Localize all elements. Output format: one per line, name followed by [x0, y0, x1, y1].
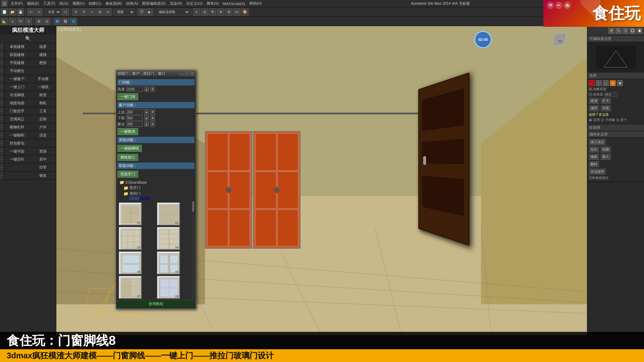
menu-modifier[interactable]: 修改器(M): [103, 1, 124, 6]
navcube[interactable]: Top: [552, 31, 570, 50]
sidebar-item-window[interactable]: 一键窗户: [4, 75, 30, 83]
folder-double-door[interactable]: 📁 双开门: [119, 185, 193, 191]
dialog-close-btn[interactable]: ✕: [190, 71, 195, 76]
sidebar-item-center[interactable]: 居中: [30, 156, 56, 163]
sidebar-item-camera[interactable]: 相机: [30, 99, 56, 107]
collapse-btn-10[interactable]: ›: [0, 115, 4, 123]
collapse-btn-4[interactable]: ›: [0, 67, 4, 75]
filter-select[interactable]: 全部: [46, 9, 61, 15]
sidebar-item-material[interactable]: 材质: [30, 91, 56, 99]
window-bot-down[interactable]: ▼: [150, 115, 155, 121]
poly-icon[interactable]: ■: [610, 80, 616, 86]
collapse-btn-7[interactable]: ›: [0, 91, 4, 99]
shrink-btn[interactable]: 收缩: [589, 98, 599, 104]
flip-btn[interactable]: 翻转: [589, 161, 599, 167]
radio-enable[interactable]: [589, 118, 592, 122]
material-editor-btn[interactable]: 🔷: [54, 18, 61, 25]
vertex-icon[interactable]: •: [589, 80, 595, 86]
env-btn[interactable]: 🌐: [70, 18, 77, 25]
render-btn[interactable]: ▶: [146, 8, 153, 16]
window-top-up[interactable]: ▲: [144, 109, 149, 115]
transform-btn[interactable]: ⊕: [96, 8, 104, 16]
collapse-btn-2[interactable]: ›: [0, 51, 4, 59]
sidebar-item-outdoor[interactable]: 户外: [30, 123, 56, 131]
sidebar-item-blinds[interactable]: 一键百叶: [4, 156, 30, 163]
collapse-btn-17[interactable]: ›: [0, 172, 4, 179]
layer-btn[interactable]: ≡: [193, 8, 200, 16]
sidebar-item-double-face[interactable]: 双面建模: [4, 51, 30, 59]
element-icon[interactable]: ⬢: [617, 80, 623, 86]
window-height-up[interactable]: ▲: [144, 121, 149, 127]
door-thumb-02[interactable]: 02: [157, 202, 180, 226]
sidebar-item-build[interactable]: 建模: [30, 51, 56, 59]
angle-snap-btn[interactable]: ∠: [9, 18, 16, 25]
menu-group[interactable]: 组(G): [57, 1, 70, 6]
collapse-btn-9[interactable]: ›: [0, 107, 4, 115]
right-icon-2[interactable]: 🔧: [615, 28, 622, 34]
spinner-btn[interactable]: ⊙: [25, 18, 32, 25]
collapse-btn-16[interactable]: ›: [0, 164, 4, 171]
one-key-window-btn[interactable]: 一键窗洞: [117, 128, 138, 135]
scale-btn[interactable]: ⤡: [88, 8, 96, 16]
undo-btn[interactable]: ↩: [27, 8, 35, 16]
sidebar-item-tools[interactable]: 工具: [30, 107, 56, 115]
hide-btn[interactable]: 👁: [209, 8, 216, 16]
menu-create[interactable]: 创建(C): [87, 1, 103, 6]
border-icon[interactable]: □: [603, 80, 609, 86]
dialog-scrollbar[interactable]: [192, 201, 195, 300]
sidebar-item-soft-hard[interactable]: 软包硬包: [4, 139, 30, 147]
tutorial-link[interactable]: 使用教程: [117, 300, 195, 307]
door-height-down[interactable]: ▼: [150, 86, 155, 92]
sidebar-item-baseboard[interactable]: 一键线: [30, 83, 56, 91]
sidebar-item-aircon[interactable]: 空调风口: [4, 115, 30, 123]
isolate-btn[interactable]: ◎: [201, 8, 208, 16]
sidebar-item-modify[interactable]: 修改: [30, 172, 56, 179]
sidebar-item-ceiling[interactable]: 吊顶脚线: [4, 91, 30, 99]
window-height-input[interactable]: [126, 121, 143, 127]
sidebar-item-resource[interactable]: 资源: [30, 147, 56, 155]
door-height-input[interactable]: [126, 86, 143, 92]
baseboard-window-btn[interactable]: 脚线框口: [117, 154, 138, 161]
view-select[interactable]: 视图: [115, 9, 135, 15]
render-frame-btn[interactable]: 🖼: [62, 18, 69, 25]
sidebar-item-reset[interactable]: 归零: [30, 164, 56, 171]
right-soft-select[interactable]: 软选择: [587, 124, 644, 131]
sidebar-item-flat-model[interactable]: 平面建模: [4, 59, 30, 67]
insert-vertex-btn[interactable]: 插入顶点: [589, 139, 606, 145]
right-icon-4[interactable]: 🔳: [630, 28, 636, 34]
dialog-minimize-btn[interactable]: ─: [179, 71, 184, 76]
redo-btn[interactable]: ↪: [35, 8, 43, 16]
menu-animation[interactable]: 动画(A): [124, 1, 140, 6]
radio-multi[interactable]: [616, 118, 620, 122]
menu-graph-editor[interactable]: 图形编辑器(D): [140, 1, 168, 6]
sidebar-item-single-face[interactable]: 单面建模: [4, 43, 30, 51]
door-thumb-01[interactable]: 01: [118, 202, 142, 226]
sidebar-item-cabinet[interactable]: 一键橱柜: [4, 131, 30, 139]
folder-room-door[interactable]: 📁 房间门: [119, 191, 193, 196]
door-thumb-03[interactable]: 03: [118, 227, 142, 250]
backface-checkbox[interactable]: ✓: [589, 87, 592, 91]
collapse-btn-6[interactable]: ›: [0, 83, 4, 91]
sidebar-item-stair[interactable]: 楼梯栏杆: [4, 123, 30, 131]
dialog-maximize-btn[interactable]: □: [184, 71, 189, 76]
menu-script[interactable]: 脚本(S): [205, 1, 221, 6]
angle-checkbox[interactable]: [589, 93, 592, 96]
sidebar-item-floor[interactable]: 地面地面: [4, 99, 30, 107]
open-btn[interactable]: 📂: [9, 8, 16, 16]
menu-edit[interactable]: 编辑(E): [25, 1, 41, 6]
right-icon-5[interactable]: 📋: [637, 28, 643, 34]
namedsel-select[interactable]: 编辑选择集: [156, 9, 190, 15]
collapse-btn-11[interactable]: ›: [0, 123, 4, 131]
folder-root[interactable]: 📁 6.DoorsBase: [119, 180, 193, 185]
collapse-btn-5[interactable]: ›: [0, 75, 4, 83]
right-icon-1[interactable]: ⚡: [608, 28, 614, 34]
sidebar-search[interactable]: 🔍: [0, 35, 56, 43]
freeze-btn[interactable]: ❄: [217, 8, 224, 16]
properties-btn[interactable]: ⚙: [225, 8, 232, 16]
align2-btn[interactable]: ⊟: [43, 18, 51, 25]
window-top-down[interactable]: ▼: [150, 109, 155, 115]
from-edge-btn[interactable]: 从边旋转: [589, 169, 606, 175]
right-icon-3[interactable]: ☰: [623, 28, 629, 34]
align-btn[interactable]: ⊞: [35, 18, 43, 25]
door-thumb-04[interactable]: 04: [157, 227, 180, 250]
